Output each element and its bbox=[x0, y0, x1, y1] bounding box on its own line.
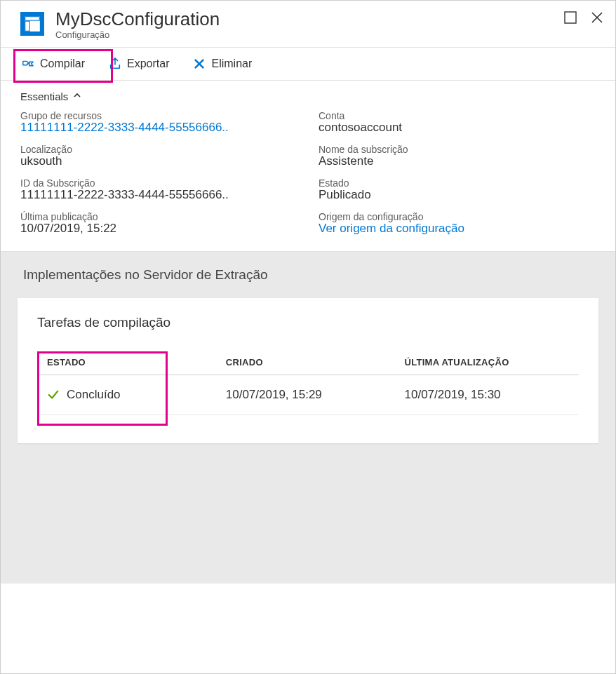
resource-group-value[interactable]: 11111111-2222-3333-4444-55556666.. bbox=[20, 121, 297, 135]
card-title: Tarefas de compilação bbox=[37, 315, 579, 330]
compilation-table: ESTADO CRIADO ÚLTIMA ATUALIZAÇÃO Concluí… bbox=[37, 350, 579, 415]
row-created: 10/07/2019, 15:29 bbox=[216, 375, 395, 415]
compilation-tasks-card: Tarefas de compilação ESTADO CRIADO ÚLTI… bbox=[18, 298, 598, 443]
export-icon bbox=[109, 58, 121, 70]
row-updated: 10/07/2019, 15:30 bbox=[395, 375, 580, 415]
essentials-left-column: Grupo de recursos 11111111-2222-3333-444… bbox=[20, 109, 297, 236]
export-label: Exportar bbox=[127, 58, 169, 70]
compile-icon bbox=[22, 58, 34, 70]
config-source-link[interactable]: Ver origem da configuração bbox=[319, 222, 596, 236]
col-updated[interactable]: ÚLTIMA ATUALIZAÇÃO bbox=[395, 350, 580, 375]
row-status: Concluído bbox=[67, 388, 121, 402]
essentials-toggle[interactable]: Essentials bbox=[1, 81, 615, 109]
chevron-up-icon bbox=[72, 90, 82, 102]
maximize-icon[interactable] bbox=[563, 11, 577, 25]
essentials-body: Grupo de recursos 11111111-2222-3333-444… bbox=[1, 109, 615, 252]
delete-icon bbox=[193, 58, 206, 70]
svg-rect-3 bbox=[25, 17, 39, 20]
table-row[interactable]: Concluído 10/07/2019, 15:29 10/07/2019, … bbox=[37, 375, 579, 415]
command-bar: Compilar Exportar Eliminar bbox=[1, 48, 615, 81]
essentials-label: Essentials bbox=[20, 90, 68, 102]
essentials-right-column: Conta contosoaccount Nome da subscrição … bbox=[319, 109, 596, 236]
delete-button[interactable]: Eliminar bbox=[186, 52, 259, 76]
deployments-title: Implementações no Servidor de Extração bbox=[18, 267, 598, 283]
account-value: contosoaccount bbox=[319, 121, 596, 135]
panel-header: MyDscConfiguration Configuração bbox=[1, 1, 615, 48]
status-value: Publicado bbox=[319, 188, 596, 202]
col-created[interactable]: CRIADO bbox=[216, 350, 395, 375]
export-button[interactable]: Exportar bbox=[102, 52, 176, 76]
config-icon bbox=[20, 12, 44, 36]
deployments-section: Implementações no Servidor de Extração T… bbox=[1, 252, 615, 584]
subscription-name-value: Assistente bbox=[319, 154, 596, 168]
last-published-value: 10/07/2019, 15:22 bbox=[20, 222, 297, 236]
svg-rect-5 bbox=[565, 12, 576, 23]
delete-label: Eliminar bbox=[211, 58, 252, 70]
svg-rect-4 bbox=[25, 22, 29, 31]
content-scrollable[interactable]: Essentials Grupo de recursos 11111111-22… bbox=[1, 81, 615, 665]
check-icon bbox=[47, 389, 60, 401]
page-subtitle: Configuração bbox=[55, 29, 563, 40]
compile-label: Compilar bbox=[40, 58, 85, 70]
compile-button[interactable]: Compilar bbox=[15, 52, 92, 76]
close-icon[interactable] bbox=[590, 11, 604, 25]
col-status[interactable]: ESTADO bbox=[37, 350, 216, 375]
page-title: MyDscConfiguration bbox=[55, 9, 563, 29]
subscription-id-value: 11111111-2222-3333-4444-55556666.. bbox=[20, 188, 297, 202]
location-value: uksouth bbox=[20, 154, 297, 168]
